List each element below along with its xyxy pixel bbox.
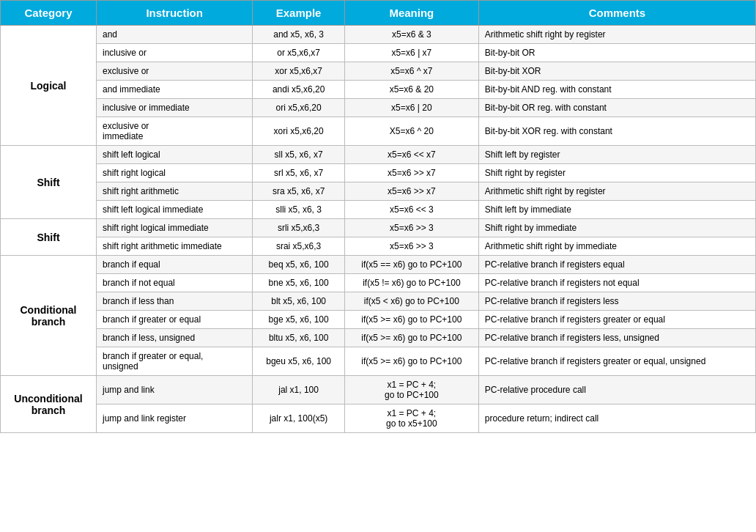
table-row: and immediateandi x5,x6,20x5=x6 & 20Bit-… [1, 81, 756, 99]
table-row: branch if less thanblt x5, x6, 100if(x5 … [1, 292, 756, 311]
meaning-cell: x5=x6 | 20 [344, 99, 478, 117]
table-row: shift right arithmeticsra x5, x6, x7x5=x… [1, 182, 756, 201]
instruction-cell: shift right arithmetic [96, 182, 252, 201]
meaning-cell: x5=x6 >> 3 [344, 237, 478, 256]
example-cell: beq x5, x6, 100 [253, 256, 345, 274]
instruction-cell: shift right arithmetic immediate [96, 237, 252, 256]
instruction-cell: shift left logical [96, 146, 252, 164]
example-cell: ori x5,x6,20 [253, 99, 345, 117]
meaning-cell: x1 = PC + 4; go to PC+100 [344, 376, 478, 404]
category-cell: Shift [1, 146, 97, 219]
instruction-cell: branch if equal [96, 256, 252, 274]
instruction-cell: exclusive or [96, 62, 252, 81]
example-cell: xori x5,x6,20 [253, 117, 345, 146]
instruction-cell: jump and link [96, 376, 252, 404]
meaning-cell: x5=x6 >> 3 [344, 219, 478, 237]
instruction-cell: branch if greater or equal [96, 311, 252, 329]
instruction-cell: branch if greater or equal, unsigned [96, 347, 252, 376]
meaning-cell: if(x5 != x6) go to PC+100 [344, 274, 478, 292]
table-row: branch if not equalbne x5, x6, 100if(x5 … [1, 274, 756, 292]
example-cell: bgeu x5, x6, 100 [253, 347, 345, 376]
meaning-cell: x5=x6 >> x7 [344, 182, 478, 201]
comments-cell: Shift right by immediate [478, 219, 755, 237]
comments-cell: Arithmetic shift right by immediate [478, 237, 755, 256]
table-row: Conditional branchbranch if equalbeq x5,… [1, 256, 756, 274]
table-row: jump and link registerjalr x1, 100(x5)x1… [1, 404, 756, 433]
table-row: shift right arithmetic immediatesrai x5,… [1, 237, 756, 256]
table-row: branch if greater or equalbge x5, x6, 10… [1, 311, 756, 329]
comments-cell: Shift left by immediate [478, 201, 755, 219]
example-cell: sra x5, x6, x7 [253, 182, 345, 201]
example-cell: or x5,x6,x7 [253, 44, 345, 62]
instruction-cell: exclusive or immediate [96, 117, 252, 146]
example-cell: srl x5, x6, x7 [253, 164, 345, 182]
table-row: Shiftshift right logical immediatesrli x… [1, 219, 756, 237]
comments-cell: Bit-by-bit XOR reg. with constant [478, 117, 755, 146]
comments-cell: Bit-by-bit AND reg. with constant [478, 81, 755, 99]
table-row: branch if greater or equal, unsignedbgeu… [1, 347, 756, 376]
header-meaning: Meaning [344, 1, 478, 26]
table-row: inclusive or immediateori x5,x6,20x5=x6 … [1, 99, 756, 117]
meaning-cell: x5=x6 >> x7 [344, 164, 478, 182]
table-row: Shiftshift left logicalsll x5, x6, x7x5=… [1, 146, 756, 164]
example-cell: slli x5, x6, 3 [253, 201, 345, 219]
comments-cell: PC-relative branch if registers not equa… [478, 274, 755, 292]
comments-cell: PC-relative procedure call [478, 376, 755, 404]
comments-cell: procedure return; indirect call [478, 404, 755, 433]
table-row: exclusive orxor x5,x6,x7x5=x6 ^ x7Bit-by… [1, 62, 756, 81]
meaning-cell: if(x5 == x6) go to PC+100 [344, 256, 478, 274]
example-cell: bge x5, x6, 100 [253, 311, 345, 329]
header-example: Example [253, 1, 345, 26]
instruction-cell: shift right logical immediate [96, 219, 252, 237]
example-cell: jalr x1, 100(x5) [253, 404, 345, 433]
comments-cell: Bit-by-bit OR [478, 44, 755, 62]
meaning-cell: if(x5 >= x6) go to PC+100 [344, 347, 478, 376]
meaning-cell: x5=x6 ^ x7 [344, 62, 478, 81]
table-row: Logicalandand x5, x6, 3x5=x6 & 3Arithmet… [1, 26, 756, 44]
header-instruction: Instruction [96, 1, 252, 26]
meaning-cell: x5=x6 & 20 [344, 81, 478, 99]
meaning-cell: if(x5 >= x6) go to PC+100 [344, 311, 478, 329]
category-cell: Unconditional branch [1, 376, 97, 433]
instruction-cell: inclusive or immediate [96, 99, 252, 117]
instruction-table: Category Instruction Example Meaning Com… [0, 0, 756, 433]
comments-cell: Shift left by register [478, 146, 755, 164]
comments-cell: PC-relative branch if registers greater … [478, 311, 755, 329]
example-cell: sll x5, x6, x7 [253, 146, 345, 164]
comments-cell: PC-relative branch if registers equal [478, 256, 755, 274]
example-cell: srai x5,x6,3 [253, 237, 345, 256]
meaning-cell: x5=x6 << x7 [344, 146, 478, 164]
example-cell: blt x5, x6, 100 [253, 292, 345, 311]
meaning-cell: if(x5 < x6) go to PC+100 [344, 292, 478, 311]
comments-cell: Arithmetic shift right by register [478, 182, 755, 201]
comments-cell: Shift right by register [478, 164, 755, 182]
header-comments: Comments [478, 1, 755, 26]
comments-cell: PC-relative branch if registers less [478, 292, 755, 311]
meaning-cell: x5=x6 << 3 [344, 201, 478, 219]
table-row: inclusive oror x5,x6,x7x5=x6 | x7Bit-by-… [1, 44, 756, 62]
category-cell: Logical [1, 26, 97, 146]
example-cell: bltu x5, x6, 100 [253, 329, 345, 347]
example-cell: jal x1, 100 [253, 376, 345, 404]
table-row: Unconditional branchjump and linkjal x1,… [1, 376, 756, 404]
meaning-cell: X5=x6 ^ 20 [344, 117, 478, 146]
category-cell: Shift [1, 219, 97, 256]
comments-cell: PC-relative branch if registers greater … [478, 347, 755, 376]
table-row: branch if less, unsignedbltu x5, x6, 100… [1, 329, 756, 347]
example-cell: xor x5,x6,x7 [253, 62, 345, 81]
meaning-cell: x1 = PC + 4; go to x5+100 [344, 404, 478, 433]
table-row: exclusive or immediatexori x5,x6,20X5=x6… [1, 117, 756, 146]
instruction-cell: branch if less, unsigned [96, 329, 252, 347]
meaning-cell: x5=x6 | x7 [344, 44, 478, 62]
instruction-cell: branch if not equal [96, 274, 252, 292]
meaning-cell: x5=x6 & 3 [344, 26, 478, 44]
example-cell: srli x5,x6,3 [253, 219, 345, 237]
instruction-cell: shift left logical immediate [96, 201, 252, 219]
comments-cell: Bit-by-bit XOR [478, 62, 755, 81]
example-cell: and x5, x6, 3 [253, 26, 345, 44]
table-row: shift left logical immediateslli x5, x6,… [1, 201, 756, 219]
category-cell: Conditional branch [1, 256, 97, 376]
instruction-cell: branch if less than [96, 292, 252, 311]
example-cell: andi x5,x6,20 [253, 81, 345, 99]
instruction-cell: and immediate [96, 81, 252, 99]
